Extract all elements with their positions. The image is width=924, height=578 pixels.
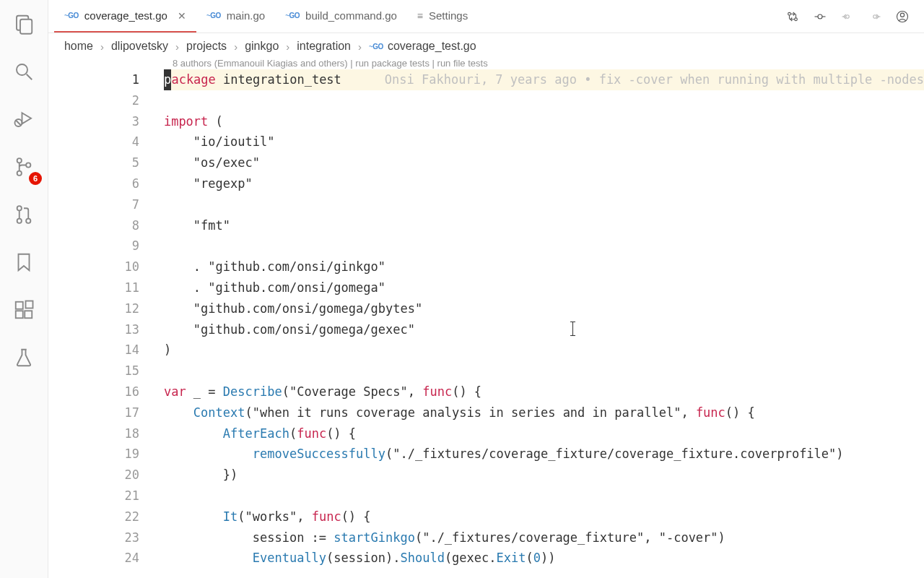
svg-point-2 — [17, 64, 27, 75]
code-line: removeSuccessfully("./_fixtures/coverage… — [164, 444, 924, 465]
code-line — [164, 236, 924, 256]
source-control-icon[interactable]: 6 — [9, 152, 39, 182]
tab-settings[interactable]: ≡ Settings — [407, 0, 478, 33]
tab-label: coverage_test.go — [84, 9, 167, 22]
scm-badge: 6 — [29, 172, 42, 185]
crumb-integration[interactable]: integration — [297, 40, 351, 53]
crumb-ginkgo[interactable]: ginkgo — [245, 40, 279, 53]
code-line — [164, 361, 924, 381]
code-line: . "github.com/onsi/ginkgo" — [164, 256, 924, 277]
code-line: Context("when it runs coverage analysis … — [164, 402, 924, 423]
tab-main[interactable]: GO main.go — [196, 0, 275, 33]
svg-rect-1 — [20, 20, 32, 34]
run-debug-icon[interactable] — [9, 104, 39, 134]
tab-build-command[interactable]: GO build_command.go — [275, 0, 407, 33]
code-line: AfterEach(func() { — [164, 423, 924, 444]
svg-marker-4 — [22, 113, 31, 124]
code-line: "github.com/onsi/gomega/gexec" — [164, 319, 924, 340]
svg-point-10 — [17, 206, 22, 210]
prev-change-icon[interactable] — [840, 9, 855, 24]
crumb-user[interactable]: dlipovetsky — [111, 40, 168, 53]
go-file-icon: GO — [285, 12, 300, 20]
svg-point-9 — [26, 163, 30, 167]
svg-rect-16 — [25, 301, 32, 309]
go-file-icon: GO — [64, 12, 79, 20]
svg-rect-13 — [16, 302, 23, 309]
code-line: import ( — [164, 111, 924, 132]
svg-point-7 — [17, 158, 22, 163]
breadcrumb: home› dlipovetsky› projects› ginkgo› int… — [48, 33, 924, 59]
extensions-icon[interactable] — [9, 295, 39, 325]
tab-label: main.go — [227, 9, 265, 22]
code-line: "io/ioutil" — [164, 131, 924, 152]
line-gutter: 1 2 3 4 5 6 7 8 9 10 11 12 13 14 15 16 1… — [48, 69, 164, 578]
go-file-icon: GO — [369, 43, 383, 51]
code-line: "os/exec" — [164, 152, 924, 173]
activity-bar: 6 — [0, 0, 48, 578]
bookmark-icon[interactable] — [9, 247, 39, 277]
svg-point-22 — [846, 14, 850, 18]
pull-request-icon[interactable] — [9, 199, 39, 230]
crumb-home[interactable]: home — [64, 40, 93, 53]
tab-label: build_command.go — [305, 9, 397, 22]
codelens-row: 8 authors (Emmanouil Kiagias and others)… — [48, 59, 924, 69]
commit-graph-icon[interactable] — [813, 9, 827, 24]
explorer-icon[interactable] — [9, 9, 39, 39]
svg-point-27 — [900, 13, 904, 17]
svg-point-18 — [795, 17, 798, 20]
close-icon[interactable]: ✕ — [173, 10, 186, 22]
code-line: ) — [164, 340, 924, 361]
svg-point-12 — [26, 219, 30, 223]
svg-point-24 — [873, 14, 877, 18]
code-content[interactable]: package integration_testOnsi Fakhouri, 7… — [164, 69, 924, 578]
code-line: session := startGinkgo("./_fixtures/cove… — [164, 527, 924, 548]
code-line — [164, 90, 924, 111]
svg-rect-15 — [25, 311, 32, 318]
code-line: "github.com/onsi/gomega/gbytes" — [164, 298, 924, 319]
compare-changes-icon[interactable] — [785, 9, 800, 24]
text-cursor — [572, 322, 573, 336]
user-icon[interactable] — [895, 9, 910, 24]
search-icon[interactable] — [9, 56, 39, 87]
svg-line-3 — [27, 74, 32, 80]
code-line: package integration_testOnsi Fakhouri, 7… — [164, 69, 924, 90]
next-change-icon[interactable] — [868, 9, 882, 24]
code-line — [164, 194, 924, 215]
main-area: GO coverage_test.go ✕ GO main.go GO buil… — [48, 0, 924, 578]
crumb-file[interactable]: coverage_test.go — [388, 40, 476, 53]
crumb-projects[interactable]: projects — [186, 40, 227, 53]
tab-coverage-test[interactable]: GO coverage_test.go ✕ — [54, 0, 196, 33]
tab-bar: GO coverage_test.go ✕ GO main.go GO buil… — [48, 0, 924, 33]
codelens-pkg-tests[interactable]: run package tests — [355, 58, 430, 69]
code-line: "fmt" — [164, 215, 924, 236]
code-line: "regexp" — [164, 173, 924, 194]
code-line: Eventually(session).Should(gexec.Exit(0)… — [164, 548, 924, 569]
svg-point-17 — [788, 12, 791, 15]
svg-line-6 — [16, 120, 22, 126]
go-file-icon: GO — [206, 12, 221, 20]
tab-label: Settings — [429, 9, 468, 22]
code-line: }) — [164, 465, 924, 486]
code-line — [164, 486, 924, 506]
code-line: var _ = Describe("Coverage Specs", func(… — [164, 381, 924, 402]
code-editor[interactable]: 1 2 3 4 5 6 7 8 9 10 11 12 13 14 15 16 1… — [48, 69, 924, 578]
svg-point-8 — [17, 171, 22, 176]
code-line: . "github.com/onsi/gomega" — [164, 277, 924, 298]
codelens-authors[interactable]: 8 authors (Emmanouil Kiagias and others) — [173, 58, 348, 69]
codelens-file-tests[interactable]: run file tests — [437, 58, 488, 69]
blame-annotation: Onsi Fakhouri, 7 years ago • fix -cover … — [385, 72, 924, 87]
testing-icon[interactable] — [9, 342, 39, 373]
svg-rect-14 — [16, 311, 23, 318]
svg-point-11 — [17, 219, 22, 223]
code-line: It("works", func() { — [164, 506, 924, 527]
settings-icon: ≡ — [417, 10, 423, 22]
svg-point-19 — [818, 14, 822, 19]
